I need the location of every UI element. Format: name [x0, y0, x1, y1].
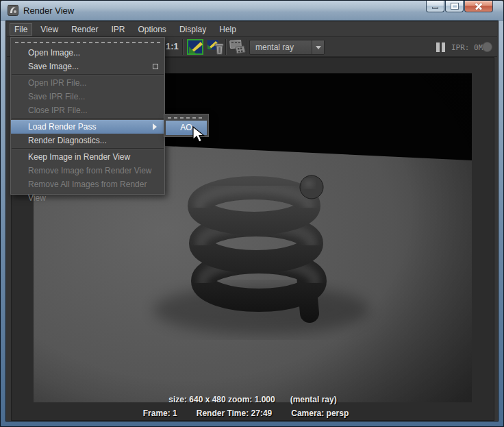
- mouse-arrow-icon: [192, 126, 209, 144]
- menu-item-open-image[interactable]: Open Image...: [11, 46, 164, 60]
- menu-item-load-render-pass[interactable]: Load Render Pass: [11, 120, 164, 134]
- renderer-dropdown[interactable]: mental ray: [249, 40, 325, 55]
- menubar-item-help[interactable]: Help: [214, 23, 241, 36]
- menubar-item-file[interactable]: File: [10, 23, 32, 36]
- window-title: Render View: [23, 1, 74, 21]
- menubar-item-ipr[interactable]: IPR: [107, 23, 130, 36]
- camera-label: Camera: persp: [291, 408, 349, 418]
- toolbar-separator: [246, 39, 247, 55]
- menu-item-open-ipr-file: Open IPR File...: [11, 76, 164, 90]
- close-icon: [475, 2, 483, 10]
- tearoff-handle[interactable]: [15, 42, 160, 43]
- maximize-button[interactable]: [445, 1, 464, 12]
- menubar-item-options[interactable]: Options: [134, 23, 171, 36]
- image-size-label: size: 640 x 480 zoom: 1.000: [168, 395, 275, 404]
- menu-item-render-diagnostics[interactable]: Render Diagnostics...: [11, 134, 164, 147]
- menu-separator: [12, 74, 164, 75]
- minimize-button[interactable]: [426, 1, 444, 12]
- pause-icon: [442, 42, 445, 52]
- frame-label: Frame: 1: [143, 408, 177, 418]
- keep-image-icon[interactable]: [187, 39, 205, 56]
- menu-separator: [12, 148, 164, 149]
- renderer-dropdown-value: mental ray: [250, 42, 312, 52]
- pause-icon: [436, 42, 440, 52]
- menu-item-save-ipr-file: Save IPR File...: [11, 90, 164, 103]
- option-box-icon[interactable]: [153, 64, 158, 69]
- menu-item-keep-image[interactable]: Keep Image in Render View: [11, 150, 164, 164]
- renderer-name-label: (mental ray): [290, 395, 337, 404]
- menu-item-save-image[interactable]: Save Image...: [11, 60, 164, 73]
- menubar: File View Render IPR Options Display Hel…: [7, 22, 497, 37]
- renderer-dropdown-arrow-button[interactable]: [312, 40, 324, 54]
- titlebar[interactable]: Render View: [1, 1, 503, 21]
- render-time-label: Render Time: 27:49: [197, 408, 273, 418]
- tearoff-handle[interactable]: [168, 117, 205, 119]
- toolbar-separator: [182, 39, 183, 55]
- menu-separator: [12, 118, 164, 119]
- menubar-item-view[interactable]: View: [36, 23, 63, 36]
- ipr-region-indicator-icon: [482, 42, 492, 52]
- render-view-window: Render View File View Render IPR Options…: [0, 0, 504, 427]
- menu-item-remove-all-images: Remove All Images from Render View: [11, 178, 164, 191]
- minimize-icon: [432, 7, 438, 9]
- toolbar-separator: [225, 39, 226, 55]
- status-bar: Frame: 1 Render Time: 27:49 Camera: pers…: [27, 408, 465, 418]
- submenu-right-arrow-icon: [153, 123, 160, 130]
- render-snapshot-icon[interactable]: [229, 39, 247, 55]
- menubar-item-display[interactable]: Display: [175, 23, 211, 36]
- menubar-item-render[interactable]: Render: [66, 23, 103, 36]
- file-menu-popup: Open Image... Save Image... Open IPR Fil…: [10, 37, 165, 195]
- menu-item-remove-image: Remove Image from Render View: [11, 164, 164, 178]
- remove-image-icon[interactable]: [206, 39, 227, 56]
- menu-item-close-ipr-file: Close IPR File...: [11, 103, 164, 117]
- chevron-down-icon: [316, 46, 321, 52]
- zoom-ratio-button[interactable]: 1:1: [166, 41, 179, 51]
- maximize-icon: [451, 3, 458, 9]
- image-caption: size: 640 x 480 zoom: 1.000 (mental ray): [34, 395, 472, 404]
- window-controls: [426, 1, 493, 12]
- pause-ipr-button[interactable]: [436, 42, 445, 52]
- close-button[interactable]: [464, 1, 493, 12]
- maya-icon: [8, 5, 18, 16]
